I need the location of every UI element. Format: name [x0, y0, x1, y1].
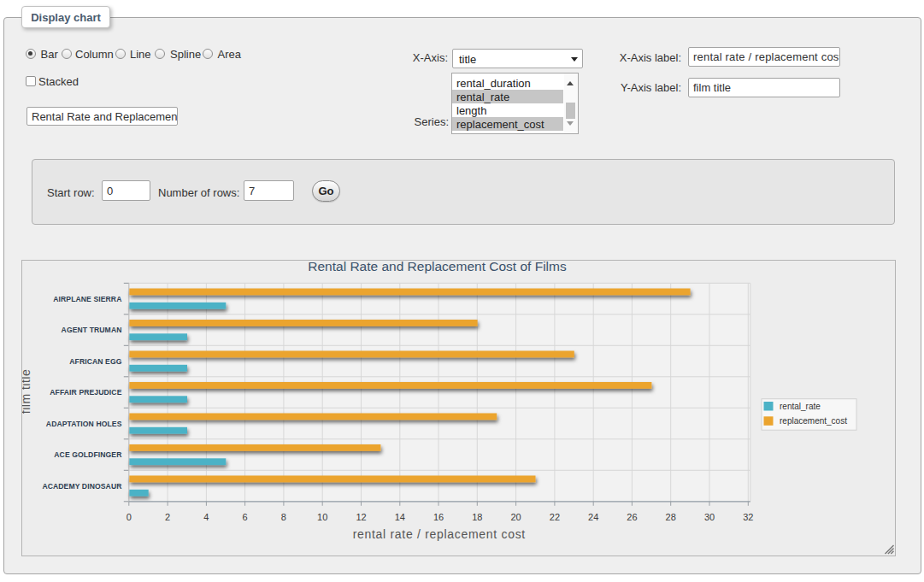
- svg-text:12: 12: [356, 512, 366, 522]
- svg-text:replacement_cost: replacement_cost: [780, 416, 847, 426]
- svg-text:24: 24: [588, 512, 598, 522]
- svg-text:8: 8: [280, 512, 285, 522]
- svg-text:20: 20: [510, 512, 521, 522]
- svg-text:AGENT TRUMAN: AGENT TRUMAN: [61, 326, 121, 334]
- svg-text:AIRPLANE SIERRA: AIRPLANE SIERRA: [53, 295, 121, 303]
- svg-text:10: 10: [317, 512, 327, 522]
- svg-text:0: 0: [126, 512, 131, 522]
- svg-text:AFFAIR PREJUDICE: AFFAIR PREJUDICE: [50, 388, 121, 397]
- svg-text:22: 22: [549, 512, 559, 522]
- svg-text:ACE GOLDFINGER: ACE GOLDFINGER: [54, 450, 122, 459]
- svg-text:Rental Rate and Replacement Co: Rental Rate and Replacement Cost of Film…: [308, 260, 567, 273]
- svg-text:26: 26: [627, 512, 637, 522]
- svg-text:18: 18: [472, 512, 482, 522]
- svg-text:28: 28: [665, 512, 675, 522]
- svg-text:4: 4: [203, 512, 209, 522]
- svg-text:6: 6: [242, 512, 247, 522]
- svg-text:14: 14: [394, 512, 404, 522]
- svg-text:AFRICAN EGG: AFRICAN EGG: [69, 357, 121, 366]
- svg-text:ACADEMY DINOSAUR: ACADEMY DINOSAUR: [42, 482, 122, 491]
- svg-text:film title: film title: [22, 369, 32, 414]
- svg-text:ADAPTATION HOLES: ADAPTATION HOLES: [45, 420, 121, 428]
- svg-text:16: 16: [433, 512, 443, 522]
- svg-text:rental_rate: rental_rate: [780, 402, 821, 411]
- svg-text:30: 30: [703, 512, 714, 522]
- svg-text:32: 32: [743, 512, 753, 522]
- svg-text:rental rate / replacement cost: rental rate / replacement cost: [352, 527, 525, 541]
- svg-text:2: 2: [165, 512, 170, 522]
